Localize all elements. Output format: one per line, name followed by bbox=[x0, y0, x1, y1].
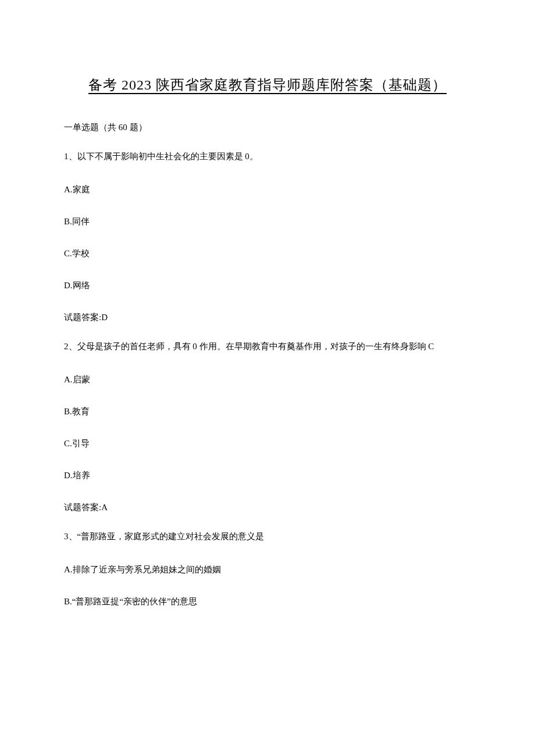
question-2-option-c: C.引导 bbox=[64, 438, 471, 449]
question-2-option-d: D.培养 bbox=[64, 470, 471, 481]
question-1-option-d: D.网络 bbox=[64, 280, 471, 291]
question-3-option-a: A.排除了近亲与旁系兄弟姐妹之间的婚姻 bbox=[64, 564, 471, 575]
question-1-option-c: C.学校 bbox=[64, 248, 471, 259]
question-1-answer: 试题答案:D bbox=[64, 312, 471, 323]
question-3-option-b: B.“普那路亚提“亲密的伙伴”的意思 bbox=[64, 596, 471, 607]
question-1-text: 1、以下不属于影响初中生社会化的主要因素是 0。 bbox=[64, 149, 471, 163]
question-3-text: 3、“普那路亚，家庭形式的建立对社会发展的意义是 bbox=[64, 529, 471, 543]
question-2-option-b: B.教育 bbox=[64, 406, 471, 417]
question-2-option-a: A.启蒙 bbox=[64, 374, 471, 385]
question-2-answer: 试题答案:A bbox=[64, 502, 471, 513]
section-header: 一单选题（共 60 题） bbox=[64, 122, 471, 133]
document-title: 备考 2023 陕西省家庭教育指导师题库附答案（基础题） bbox=[64, 76, 471, 94]
question-1-option-b: B.同伴 bbox=[64, 216, 471, 227]
question-2-text: 2、父母是孩子的首任老师，具有 0 作用。在早期教育中有奠基作用，对孩子的一生有… bbox=[64, 339, 471, 353]
question-1-option-a: A.家庭 bbox=[64, 184, 471, 195]
